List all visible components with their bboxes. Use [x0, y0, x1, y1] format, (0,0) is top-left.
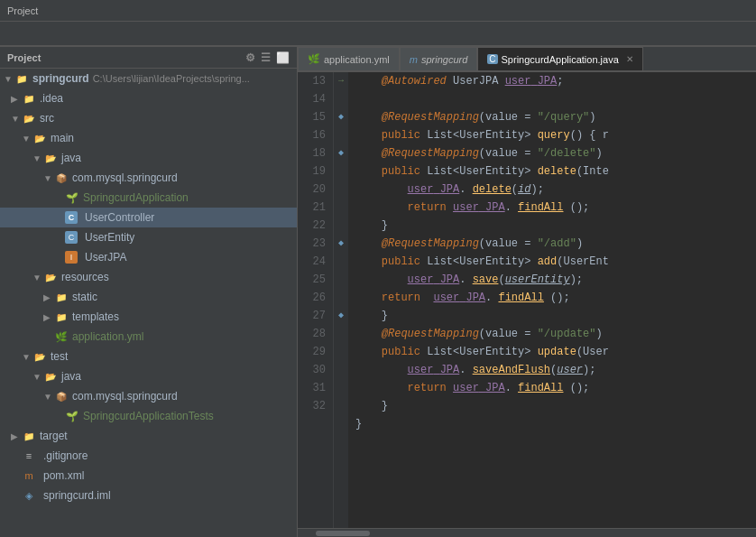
tree-item-resources[interactable]: ▼ 📂 resources — [0, 267, 297, 287]
code-area[interactable]: 13 14 15 16 18 19 20 21 22 23 24 25 26 2… — [298, 72, 756, 528]
gutter: → ◆ ◆ ◆ ◆ — [334, 72, 348, 528]
gutter-22 — [334, 217, 348, 235]
gutter-29 — [334, 343, 348, 361]
folder-icon-target: 📁 — [22, 429, 36, 443]
tree-item-main[interactable]: ▼ 📂 main — [0, 128, 297, 148]
arrow-resources: ▼ — [32, 273, 43, 282]
label-package: com.mysql.springcurd — [72, 171, 178, 184]
gutter-18: ◆ — [334, 144, 348, 162]
tree-item-springcurd-app[interactable]: 🌱 SpringcurdApplication — [0, 188, 297, 208]
gutter-20 — [334, 181, 348, 199]
tree-item-package-test[interactable]: ▼ 📦 com.mysql.springcurd — [0, 386, 297, 406]
tree-item-springcurd-tests[interactable]: 🌱 SpringcurdApplicationTests — [0, 406, 297, 426]
tree-item-templates[interactable]: ▶ 📁 templates — [0, 307, 297, 327]
tree-item-user-jpa[interactable]: I UserJPA — [0, 247, 297, 267]
code-line-29: public List<UserEntity> update(User — [355, 343, 756, 361]
tree-item-user-entity[interactable]: C UserEntity — [0, 227, 297, 247]
gutter-27: ◆ — [334, 307, 348, 325]
line-num-13: 13 — [298, 72, 326, 90]
label-static: static — [72, 291, 97, 303]
tab-icon-springcurd: m — [410, 54, 418, 65]
arrow-main: ▼ — [22, 134, 32, 144]
sidebar[interactable]: Project ⚙ ☰ ⬜ ▼ 📁 springcurd C:\Users\li… — [0, 47, 298, 537]
label-user-controller: UserController — [85, 211, 154, 224]
tree-item-package[interactable]: ▼ 📦 com.mysql.springcurd — [0, 168, 297, 188]
code-line-28: @RequestMapping(value = "/update") — [355, 325, 756, 343]
spring-app-icon: 🌱 — [65, 190, 79, 205]
gutter-32 — [334, 397, 348, 415]
horizontal-scrollbar[interactable] — [298, 528, 756, 537]
line-numbers: 13 14 15 16 18 19 20 21 22 23 24 25 26 2… — [298, 72, 334, 528]
tree-item-user-controller[interactable]: C UserController — [0, 208, 297, 227]
tree-item-src[interactable]: ▼ 📂 src — [0, 108, 297, 128]
label-test: test — [51, 350, 68, 363]
tree-item-gitignore[interactable]: ≡ .gitignore — [0, 446, 297, 466]
label-user-jpa: UserJPA — [85, 251, 126, 264]
code-line-14 — [355, 90, 756, 108]
arrow-idea: ▶ — [11, 94, 22, 104]
spring-test-icon: 🌱 — [65, 409, 79, 423]
line-num-24: 24 — [298, 253, 326, 271]
code-content[interactable]: @Autowired UserJPA user_JPA; @RequestMap… — [348, 72, 756, 528]
arrow-test: ▼ — [22, 352, 32, 362]
line-num-31: 31 — [298, 379, 326, 397]
code-line-23: @RequestMapping(value = "/add") — [355, 235, 756, 253]
sidebar-header: Project ⚙ ☰ ⬜ — [0, 47, 297, 69]
folder-icon-idea: 📁 — [22, 91, 36, 106]
arrow-templates: ▶ — [43, 312, 54, 322]
line-num-16: 16 — [298, 126, 326, 144]
tree-item-idea[interactable]: ▶ 📁 .idea — [0, 88, 297, 108]
iml-icon: ◈ — [22, 488, 36, 503]
title-bar: Project — [0, 0, 756, 22]
arrow-target: ▶ — [11, 431, 22, 441]
tree-item-application-yml[interactable]: 🌿 application.yml — [0, 327, 297, 347]
line-num-18: 18 — [298, 144, 326, 162]
line-num-32: 32 — [298, 397, 326, 415]
folder-icon-main: 📂 — [32, 131, 47, 145]
folder-icon-static: 📁 — [54, 290, 69, 304]
label-java-main: java — [61, 152, 81, 164]
line-num-26: 26 — [298, 289, 326, 307]
line-num-25: 25 — [298, 271, 326, 289]
line-num-28: 28 — [298, 325, 326, 343]
folder-icon-test: 📂 — [32, 349, 47, 364]
line-num-21: 21 — [298, 199, 326, 217]
line-num-19: 19 — [298, 162, 326, 181]
code-line-30: user_JPA. saveAndFlush(user); — [355, 361, 756, 379]
editor-tab-bar: 🌿 application.yml m springcurd C Springc… — [298, 47, 756, 72]
code-line-18: @RequestMapping(value = "/delete") — [355, 144, 756, 162]
tree-item-static[interactable]: ▶ 📁 static — [0, 287, 297, 307]
scrollbar-thumb[interactable] — [316, 531, 370, 536]
expand-icon[interactable]: ⬜ — [276, 51, 290, 64]
tab-springcurd[interactable]: m springcurd — [400, 47, 478, 70]
tree-item-java-test[interactable]: ▼ 📂 java — [0, 366, 297, 386]
tab-springcurd-application[interactable]: C SpringcurdApplication.java ✕ — [477, 47, 642, 70]
tab-label-springcurd: springcurd — [421, 54, 467, 65]
tab-application-yml[interactable]: 🌿 application.yml — [298, 47, 400, 70]
tree-item-iml[interactable]: ◈ springcurd.iml — [0, 486, 297, 505]
settings-icon[interactable]: ⚙ — [245, 51, 255, 64]
tree-item-pom-xml[interactable]: m pom.xml — [0, 466, 297, 486]
yaml-icon: 🌿 — [54, 329, 69, 344]
layout-icon[interactable]: ☰ — [261, 51, 271, 64]
label-springcurd-app: SpringcurdApplication — [83, 191, 189, 204]
tree-item-test[interactable]: ▼ 📂 test — [0, 347, 297, 366]
line-num-27: 27 — [298, 307, 326, 325]
tree-item-springcurd-root[interactable]: ▼ 📁 springcurd C:\Users\lijian\IdeaProje… — [0, 69, 297, 88]
gutter-25 — [334, 271, 348, 289]
label-main: main — [51, 132, 74, 144]
line-num-20: 20 — [298, 181, 326, 199]
label-java-test: java — [61, 370, 81, 383]
tree-item-java-main[interactable]: ▼ 📂 java — [0, 148, 297, 168]
label-springcurd-root: springcurd — [32, 72, 89, 85]
tab-label-java: SpringcurdApplication.java — [502, 54, 619, 65]
editor[interactable]: 🌿 application.yml m springcurd C Springc… — [298, 47, 756, 537]
tree-item-target[interactable]: ▶ 📁 target — [0, 426, 297, 446]
folder-icon-root: 📁 — [14, 71, 29, 86]
tab-label-yml: application.yml — [324, 54, 390, 65]
line-num-22: 22 — [298, 217, 326, 235]
arrow-java-main: ▼ — [32, 153, 43, 163]
tab-icon-java: C — [487, 54, 497, 64]
tab-close-button[interactable]: ✕ — [626, 54, 633, 64]
sidebar-title: Project — [7, 52, 41, 63]
